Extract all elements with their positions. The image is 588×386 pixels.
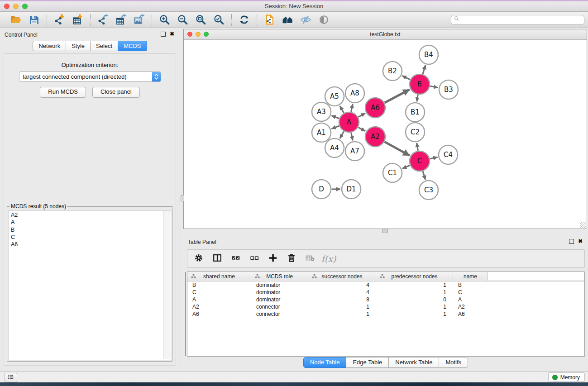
copy-network-button[interactable] [263,14,276,26]
export-image-button[interactable] [133,14,145,26]
float-panel-icon[interactable] [161,32,166,37]
graph-node-A[interactable]: A [339,112,359,132]
mcds-result-item[interactable]: B [9,226,163,234]
graph-node-C1[interactable]: C1 [383,163,402,182]
graph-node-A8[interactable]: A8 [345,84,364,103]
edge-C-C1[interactable] [402,165,410,168]
table-row[interactable]: Bdominator41B [187,281,584,289]
plus-button[interactable] [268,253,278,264]
edge-A2-C[interactable] [385,142,410,156]
deselect-all-button[interactable] [249,253,260,264]
close-button[interactable] [4,4,10,9]
edge-A-A4[interactable] [340,131,344,138]
export-network-button[interactable] [97,14,109,26]
edge-A-A8[interactable] [351,104,353,112]
mcds-result-item[interactable]: C [9,234,163,241]
edge-B-B2[interactable] [402,76,410,79]
graph-node-A6[interactable]: A6 [365,98,385,118]
edge-A-A1[interactable] [331,126,339,129]
tab-node-table[interactable]: Node Table [303,357,347,368]
network-minimize-button[interactable] [196,32,201,37]
graph-node-A1[interactable]: A1 [312,123,331,142]
horizontal-splitter-grip[interactable] [382,229,388,233]
graph-node-C4[interactable]: C4 [439,145,458,164]
network-zoom-button[interactable] [204,32,209,37]
edge-A-A2[interactable] [359,127,366,131]
column-header-predecessor-nodes[interactable]: predecessor nodes [376,272,453,281]
graph-node-B[interactable]: B [410,74,430,94]
table-row[interactable]: A6connector11A6 [187,310,584,318]
edge-A-A6[interactable] [359,113,366,117]
edge-B-B3[interactable] [430,86,438,87]
import-network-button[interactable] [53,14,66,26]
edge-A6-B[interactable] [385,90,410,103]
eye-button[interactable] [318,14,330,26]
split-view-button[interactable] [212,253,223,264]
network-canvas[interactable]: B4B2BB3A5A8A6A3AB1A1A2C2A4A7CC4C1C3DD1 [184,40,587,229]
graph-node-A7[interactable]: A7 [345,142,364,161]
float-table-panel-icon[interactable] [569,239,574,244]
graph-node-D[interactable]: D [312,180,331,199]
trash-button[interactable] [286,253,297,264]
network-graph[interactable]: B4B2BB3A5A8A6A3AB1A1A2C2A4A7CC4C1C3DD1 [184,40,587,229]
refresh-layout-button[interactable] [238,14,250,26]
graph-node-A5[interactable]: A5 [325,87,344,106]
zoom-button[interactable] [22,4,28,9]
graph-node-A3[interactable]: A3 [312,102,331,121]
column-header-name[interactable]: name [453,272,488,281]
import-table-button[interactable] [72,14,84,26]
mcds-result-item[interactable]: A6 [9,241,163,248]
mcds-result-item[interactable]: A2 [9,211,163,219]
graph-node-C[interactable]: C [410,151,430,171]
tab-motifs[interactable]: Motifs [439,357,468,368]
run-mcds-button[interactable]: Run MCDS [40,87,86,98]
minimize-button[interactable] [13,4,19,9]
show-panels-button[interactable] [5,373,17,382]
table-row[interactable]: A2connector11A2 [187,303,584,310]
column-header-shared-name[interactable]: shared name [187,272,251,281]
gear-button[interactable] [193,253,204,264]
tab-network-table[interactable]: Network Table [388,357,439,368]
column-header-successor-nodes[interactable]: successor nodes [308,272,376,281]
network-close-button[interactable] [187,32,192,37]
tab-edge-table[interactable]: Edge Table [346,357,389,368]
window-resize-grip[interactable] [580,222,586,228]
search-input[interactable] [461,16,582,24]
select-all-button[interactable] [230,253,241,264]
edge-A-A3[interactable] [331,115,339,118]
vertical-splitter-grip[interactable] [181,195,184,201]
zoom-fit-button[interactable] [195,14,207,26]
criterion-select[interactable]: largest connected component (directed) [19,71,161,82]
graph-node-C3[interactable]: C3 [419,181,438,200]
close-panel-button[interactable]: Close panel [92,87,140,98]
edge-C-C2[interactable] [417,143,418,151]
edge-A-A5[interactable] [340,106,344,113]
open-folder-button[interactable] [10,14,22,26]
memory-button[interactable]: Memory [548,372,585,382]
edge-C-C4[interactable] [430,157,438,159]
mcds-result-item[interactable]: A [9,219,163,226]
eye-slash-button[interactable] [300,14,312,26]
table-row[interactable]: Cdominator41C [187,289,584,296]
graph-node-B3[interactable]: B3 [439,80,458,99]
tab-select[interactable]: Select [90,41,118,51]
tab-network[interactable]: Network [33,41,66,51]
edge-C-C3[interactable] [423,171,425,180]
graph-node-B4[interactable]: B4 [419,45,438,64]
close-panel-icon[interactable]: ✖ [170,32,174,36]
search-field[interactable] [451,15,584,25]
save-button[interactable] [28,14,40,26]
tab-mcds[interactable]: MCDS [118,41,147,51]
edge-B-B4[interactable] [423,65,425,74]
graph-node-B1[interactable]: B1 [406,103,425,122]
column-header-MCDS-role[interactable]: MCDS role [251,272,308,281]
graph-node-A4[interactable]: A4 [325,138,344,157]
table-row[interactable]: Adominator80A [187,296,584,303]
graph-node-B2[interactable]: B2 [383,62,402,81]
graph-node-D1[interactable]: D1 [342,180,361,199]
zoom-out-button[interactable] [177,14,189,26]
tab-style[interactable]: Style [66,41,91,51]
homes-button[interactable] [282,14,294,26]
zoom-in-button[interactable] [158,14,171,26]
edge-B-B1[interactable] [417,95,418,101]
